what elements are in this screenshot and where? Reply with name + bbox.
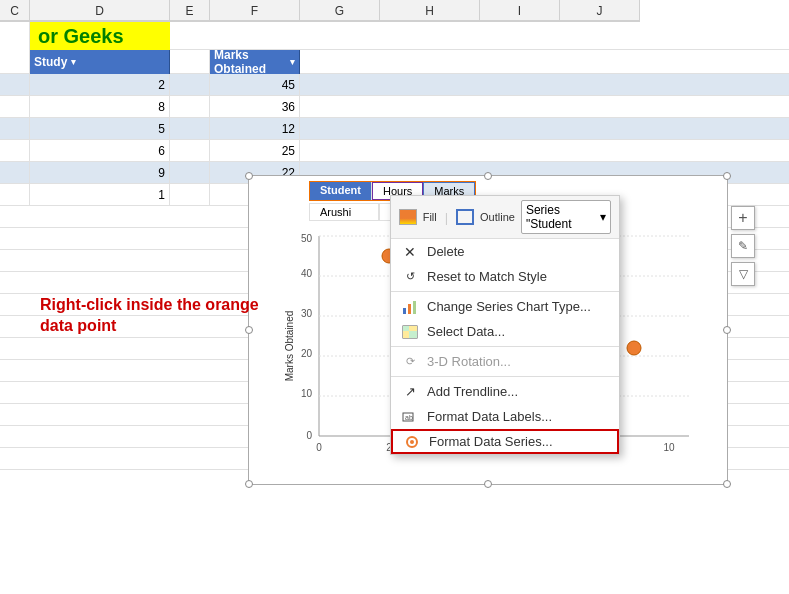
menu-item-delete[interactable]: ✕ Delete [391, 239, 619, 264]
row5-study: 9 [30, 162, 170, 183]
svg-rect-25 [409, 326, 417, 331]
series-dropdown[interactable]: Series "Student ▾ [521, 200, 611, 234]
outline-label: Outline [480, 211, 515, 223]
svg-text:0: 0 [316, 442, 322, 453]
svg-text:10: 10 [663, 442, 675, 453]
menu-item-change-chart-type[interactable]: Change Series Chart Type... [391, 294, 619, 319]
row2-study: 8 [30, 96, 170, 117]
column-headers: C D E F G H I J [0, 0, 789, 22]
row5-empty [170, 162, 210, 183]
handle-tc [484, 172, 492, 180]
table-row: 5 12 [0, 118, 789, 140]
marks-header[interactable]: Marks Obtained ▾ [210, 50, 300, 74]
data-point-5 [627, 341, 641, 355]
marks-filter-arrow[interactable]: ▾ [290, 57, 295, 67]
menu-item-reset[interactable]: ↺ Reset to Match Style [391, 264, 619, 289]
chart-buttons: + ✎ ▽ [731, 206, 755, 286]
table-row: 6 25 [0, 140, 789, 162]
svg-text:40: 40 [301, 268, 313, 279]
row2-index [0, 96, 30, 117]
svg-text:10: 10 [301, 388, 313, 399]
row6-study: 1 [30, 184, 170, 205]
chart-type-icon [401, 298, 419, 316]
col-header-c: C [0, 0, 30, 22]
row3-empty [170, 118, 210, 139]
col-header-j: J [560, 0, 640, 22]
menu-item-3d-rotation: ⟳ 3-D Rotation... [391, 349, 619, 374]
trendline-icon: ↗ [401, 383, 419, 401]
handle-mr [723, 326, 731, 334]
title-row: or Geeks [0, 22, 789, 50]
reset-icon: ↺ [401, 268, 419, 286]
table-row: 8 36 [0, 96, 789, 118]
context-menu: Fill | Outline Series "Student ▾ ✕ Delet… [390, 195, 620, 455]
svg-rect-26 [403, 331, 409, 338]
study-filter-arrow[interactable]: ▾ [71, 57, 76, 67]
row3-marks: 12 [210, 118, 300, 139]
row1-empty [170, 74, 210, 95]
spreadsheet: C D E F G H I J or Geeks Study ▾ Marks O… [0, 0, 789, 594]
chart-add-button[interactable]: + [731, 206, 755, 230]
handle-br [723, 480, 731, 488]
handle-bl [245, 480, 253, 488]
svg-rect-27 [409, 331, 417, 338]
format-series-icon [403, 433, 421, 451]
svg-rect-24 [403, 326, 409, 331]
row3-index [0, 118, 30, 139]
svg-text:ab: ab [405, 414, 413, 421]
svg-rect-21 [408, 304, 411, 314]
filter-header-row: Study ▾ Marks Obtained ▾ [0, 50, 789, 74]
svg-text:20: 20 [301, 348, 313, 359]
svg-rect-20 [403, 308, 406, 314]
chart-table-header-student: Student [310, 182, 372, 200]
svg-text:0: 0 [306, 430, 312, 441]
row1-index [0, 74, 30, 95]
row6-empty [170, 184, 210, 205]
row1-marks: 45 [210, 74, 300, 95]
rotation-icon: ⟳ [401, 353, 419, 371]
instruction-text: Right-click inside the orange data point [40, 295, 260, 337]
menu-item-format-data-labels[interactable]: ab Format Data Labels... [391, 404, 619, 429]
row2-marks: 36 [210, 96, 300, 117]
context-menu-toolbar: Fill | Outline Series "Student ▾ [391, 196, 619, 239]
svg-text:50: 50 [301, 233, 313, 244]
series-dropdown-arrow: ▾ [600, 210, 606, 224]
svg-point-31 [410, 440, 414, 444]
fill-label: Fill [423, 211, 437, 223]
study-header[interactable]: Study ▾ [30, 50, 170, 74]
svg-text:Marks Obtained: Marks Obtained [284, 311, 295, 382]
col-header-h: H [380, 0, 480, 22]
row4-marks: 25 [210, 140, 300, 161]
svg-text:30: 30 [301, 308, 313, 319]
menu-separator-1 [391, 291, 619, 292]
row1-study: 2 [30, 74, 170, 95]
handle-tr [723, 172, 731, 180]
menu-item-add-trendline[interactable]: ↗ Add Trendline... [391, 379, 619, 404]
chart-cell-student: Arushi [309, 203, 379, 221]
select-data-icon [401, 323, 419, 341]
row4-study: 6 [30, 140, 170, 161]
series-label: Series "Student [526, 203, 597, 231]
spreadsheet-title: or Geeks [30, 22, 170, 50]
fill-icon [399, 209, 417, 225]
table-row: 2 45 [0, 74, 789, 96]
row4-index [0, 140, 30, 161]
col-header-i: I [480, 0, 560, 22]
menu-separator-3 [391, 376, 619, 377]
menu-item-select-data[interactable]: Select Data... [391, 319, 619, 344]
data-labels-icon: ab [401, 408, 419, 426]
menu-item-format-data-series[interactable]: Format Data Series... [391, 429, 619, 454]
handle-bc [484, 480, 492, 488]
row2-empty [170, 96, 210, 117]
handle-tl [245, 172, 253, 180]
row6-index [0, 184, 30, 205]
chart-filter-button[interactable]: ▽ [731, 262, 755, 286]
outline-icon [456, 209, 474, 225]
chart-style-button[interactable]: ✎ [731, 234, 755, 258]
row3-study: 5 [30, 118, 170, 139]
row4-empty [170, 140, 210, 161]
delete-icon: ✕ [401, 243, 419, 261]
menu-separator-2 [391, 346, 619, 347]
col-header-g: G [300, 0, 380, 22]
row5-index [0, 162, 30, 183]
